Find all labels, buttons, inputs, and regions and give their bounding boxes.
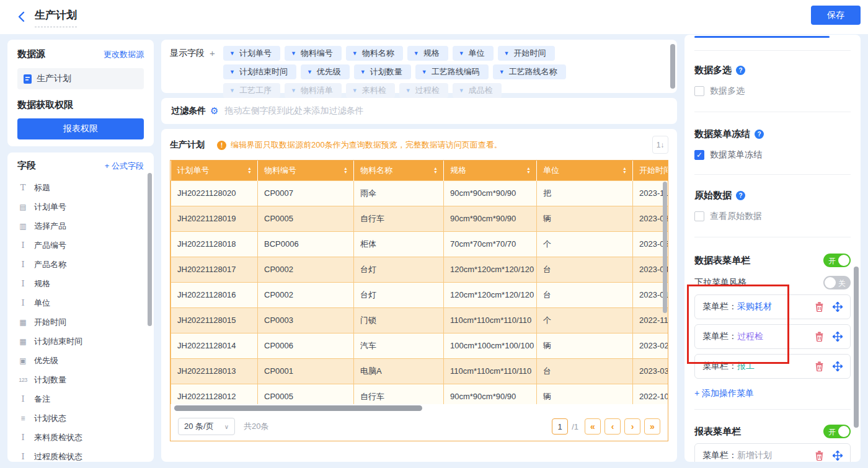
raw-data-checkbox[interactable] xyxy=(694,211,704,221)
display-field-chip[interactable]: ▼ 优先级 xyxy=(301,64,350,79)
menu-item-value[interactable]: 采购耗材 xyxy=(737,301,772,312)
display-field-chip[interactable]: ▼ 计划结束时间 xyxy=(223,64,296,79)
pager-first-button[interactable]: « xyxy=(585,418,601,435)
dropdown-style-toggle[interactable]: 关 xyxy=(823,276,851,289)
field-list-item[interactable]: I 产品名称 xyxy=(17,255,144,274)
menu-bar-item[interactable]: 菜单栏： 过程检 xyxy=(694,324,851,349)
toggle-off-label: 关 xyxy=(838,278,846,289)
fields-scrollbar[interactable] xyxy=(148,173,152,326)
table-cell: 90cm*90cm*90/90 xyxy=(444,206,537,231)
report-permission-button[interactable]: 报表权限 xyxy=(17,118,144,139)
field-list-item[interactable]: I 备注 xyxy=(17,389,144,408)
save-button[interactable]: 保存 xyxy=(811,6,861,25)
add-formula-field-link[interactable]: + 公式字段 xyxy=(105,161,144,172)
move-icon[interactable] xyxy=(833,451,843,461)
column-header[interactable]: 单位 ▲▼ xyxy=(537,161,633,180)
display-field-chip[interactable]: ▼ 物料编号 xyxy=(285,46,342,61)
field-list-item[interactable]: T 标题 xyxy=(17,178,144,197)
settings-scrollbar[interactable] xyxy=(854,267,859,428)
field-list-item[interactable]: I 过程质检状态 xyxy=(17,447,144,462)
display-field-chip[interactable]: ▼ 规格 xyxy=(407,46,448,61)
move-icon[interactable] xyxy=(833,332,843,342)
field-list-item[interactable]: I 规格 xyxy=(17,274,144,293)
report-menubar-toggle[interactable]: 开 xyxy=(823,425,851,438)
sort-icon[interactable]: ▲▼ xyxy=(343,167,348,174)
display-field-chip[interactable]: ▼ 单位 xyxy=(453,46,494,61)
page-size-select[interactable]: 20 条/页 ∨ xyxy=(178,418,235,435)
table-row[interactable]: JH20221128020CP0007雨伞90cm*90cm*90/90把202… xyxy=(171,180,668,206)
menu-item-value[interactable]: 新增计划 xyxy=(737,450,772,461)
table-row[interactable]: JH20221128012CP0005自行车90cm*90cm*90/90辆20… xyxy=(171,384,668,404)
field-list-item[interactable]: ▦ 开始时间 xyxy=(17,312,144,332)
field-list-item[interactable]: I 来料质检状态 xyxy=(17,428,144,447)
table-row[interactable]: JH20221128015CP0003门锁110cm*110cm*110/110… xyxy=(171,307,668,333)
active-tab-indicator xyxy=(694,36,830,38)
pager-prev-button[interactable]: ‹ xyxy=(604,418,621,435)
table-row[interactable]: JH20221128019CP0005自行车90cm*90cm*90/90辆20… xyxy=(171,206,668,231)
move-icon[interactable] xyxy=(833,361,843,371)
display-field-chip[interactable]: ▼ 工艺路线编码 xyxy=(415,64,489,79)
table-row[interactable]: JH20221128017CP0002台灯120cm*120cm*120/120… xyxy=(171,257,668,282)
table-horizontal-scrollbar[interactable] xyxy=(174,405,422,411)
calendar-icon: ▦ xyxy=(17,337,29,346)
table-row[interactable]: JH20221128018BCP0006柜体70cm*70cm*70/70个20… xyxy=(171,231,668,257)
table-menubar-toggle[interactable]: 开 xyxy=(823,254,851,267)
gear-icon[interactable]: ⚙ xyxy=(210,105,218,117)
table-vertical-scrollbar[interactable] xyxy=(663,182,667,313)
menu-item-prefix: 菜单栏： xyxy=(702,331,737,342)
move-icon[interactable] xyxy=(833,302,843,312)
table-row[interactable]: JH20221128014CP0006汽车100cm*100cm*100/100… xyxy=(171,333,668,358)
delete-icon[interactable] xyxy=(815,302,824,312)
data-table: 计划单号 ▲▼ 物料编号 ▲▼ 物料名称 ▲▼ 规格 ▲▼ 单位 ▲▼ 开始时间… xyxy=(170,160,668,441)
column-header[interactable]: 开始时间 ▲▼ xyxy=(633,161,668,180)
display-field-chip[interactable]: ▼ 计划数量 xyxy=(354,64,411,79)
table-row[interactable]: JH20221128013CP0001电脑A110cm*110cm*110/11… xyxy=(171,358,668,384)
multi-select-checkbox[interactable] xyxy=(694,86,704,96)
sort-order-button[interactable]: 1↓ xyxy=(652,136,668,154)
help-icon[interactable]: ? xyxy=(736,66,745,75)
delete-icon[interactable] xyxy=(815,451,824,461)
field-list-item[interactable]: ▤ 计划单号 xyxy=(17,197,144,216)
sort-icon[interactable]: ▲▼ xyxy=(433,167,438,174)
field-list-item[interactable]: ▣ 优先级 xyxy=(17,351,144,370)
table-row[interactable]: JH20221128016CP0002台灯120cm*120cm*120/120… xyxy=(171,282,668,307)
field-list-item[interactable]: I 单位 xyxy=(17,293,144,312)
current-page-input[interactable]: 1 xyxy=(552,418,568,435)
help-icon[interactable]: ? xyxy=(736,191,745,200)
display-field-chip[interactable]: ▼ 工艺路线名称 xyxy=(493,64,566,79)
display-field-chip[interactable]: ▼ 物料名称 xyxy=(346,46,403,61)
field-list-item[interactable]: ▦ 计划结束时间 xyxy=(17,332,144,351)
delete-icon[interactable] xyxy=(815,332,824,342)
pager-next-button[interactable]: › xyxy=(624,418,640,435)
column-header[interactable]: 物料名称 ▲▼ xyxy=(354,161,444,180)
add-display-field-icon[interactable]: + xyxy=(210,48,215,87)
sort-icon[interactable]: ▲▼ xyxy=(247,167,252,174)
column-header[interactable]: 计划单号 ▲▼ xyxy=(171,161,258,180)
menu-item-value[interactable]: 过程检 xyxy=(737,331,763,342)
display-fields-scrollbar[interactable] xyxy=(670,44,675,89)
menu-bar-item[interactable]: 菜单栏： 采购耗材 xyxy=(694,294,851,319)
sort-icon[interactable]: ▲▼ xyxy=(526,167,531,174)
change-datasource-link[interactable]: 更改数据源 xyxy=(104,49,144,60)
field-list-item[interactable]: ≡ 计划状态 xyxy=(17,408,144,428)
field-list-item[interactable]: ▥ 选择产品 xyxy=(17,216,144,236)
display-field-chip[interactable]: ▼ 计划单号 xyxy=(223,46,280,61)
table-cell: 90cm*90cm*90/90 xyxy=(444,384,537,404)
column-header[interactable]: 规格 ▲▼ xyxy=(444,161,537,180)
field-list-item[interactable]: I 产品编号 xyxy=(17,236,144,255)
pager-last-button[interactable]: » xyxy=(644,418,660,435)
menu-bar-item[interactable]: 菜单栏： 新增计划 xyxy=(694,443,851,462)
menu-bar-item[interactable]: 菜单栏： 报工 xyxy=(694,354,851,379)
datasource-item[interactable]: 生产计划 xyxy=(17,68,144,89)
filter-drop-placeholder[interactable]: 拖动左侧字段到此处来添加过滤条件 xyxy=(224,105,363,117)
field-list-item[interactable]: 123 计划数量 xyxy=(17,370,144,389)
back-icon[interactable] xyxy=(16,11,27,23)
add-action-menu-link[interactable]: + 添加操作菜单 xyxy=(694,388,754,399)
column-header[interactable]: 物料编号 ▲▼ xyxy=(258,161,354,180)
display-field-chip[interactable]: ▼ 开始时间 xyxy=(498,46,555,61)
menu-item-value[interactable]: 报工 xyxy=(737,361,755,372)
sort-icon[interactable]: ▲▼ xyxy=(622,167,627,174)
menu-freeze-checkbox[interactable]: ✓ xyxy=(694,150,704,160)
help-icon[interactable]: ? xyxy=(755,130,764,139)
delete-icon[interactable] xyxy=(815,361,824,371)
